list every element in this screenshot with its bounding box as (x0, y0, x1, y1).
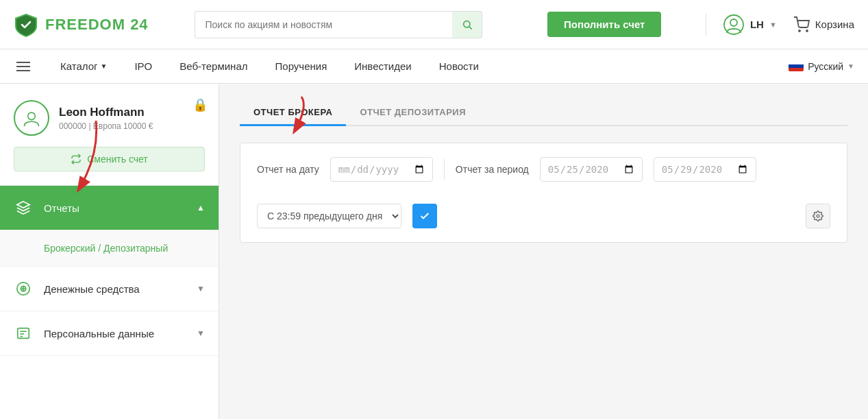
report-tabs: ОТЧЕТ БРОКЕРА ОТЧЕТ ДЕПОЗИТАРИЯ (240, 100, 847, 126)
cart-icon (793, 16, 810, 33)
cart-label: Корзина (815, 19, 854, 30)
content-wrapper: ОТЧЕТ БРОКЕРА ОТЧЕТ ДЕПОЗИТАРИЯ Отчет на… (240, 100, 847, 243)
reports-chevron-icon: ▲ (197, 203, 205, 213)
sidebar-submenu-broker-depository[interactable]: Брокерский / Депозитарный (0, 236, 219, 261)
sidebar-item-reports[interactable]: Отчеты ▲ (0, 186, 219, 230)
header: FREEDOM 24 Пополнить счет LH ▼ Кор (0, 0, 868, 49)
sidebar-reports-submenu: Брокерский / Депозитарный (0, 230, 219, 267)
svg-point-6 (28, 112, 36, 120)
nav-orders[interactable]: Поручения (275, 60, 327, 72)
user-initials: LH (750, 19, 764, 30)
header-right: LH ▼ Корзина (706, 14, 854, 36)
catalog-dropdown-icon: ▼ (101, 62, 108, 70)
logo-text: FREEDOM 24 (45, 16, 149, 34)
funds-icon (14, 279, 33, 298)
nav-catalog[interactable]: Каталог ▼ (60, 60, 107, 72)
checkmark-icon (419, 211, 430, 222)
search-button[interactable] (452, 11, 482, 38)
apply-button[interactable] (412, 204, 437, 228)
user-area[interactable]: LH ▼ (723, 14, 777, 36)
filter-row: Отчет на дату Отчет за период С 23:59 пр… (257, 157, 830, 228)
report-date-input[interactable] (330, 157, 433, 182)
search-icon (462, 19, 473, 30)
tab-depository-report[interactable]: ОТЧЕТ ДЕПОЗИТАРИЯ (346, 100, 480, 126)
svg-point-5 (806, 30, 808, 32)
funds-label: Денежные средства (44, 283, 186, 295)
lang-dropdown-icon: ▼ (847, 62, 854, 70)
logo-area: FREEDOM 24 (14, 12, 151, 37)
flag-ru-icon (789, 61, 804, 71)
logo-icon (14, 12, 38, 37)
nav-news[interactable]: Новости (439, 60, 479, 72)
svg-point-0 (464, 21, 470, 27)
sidebar-profile: Leon Hoffmann 000000 | Европа 10000 € 🔒 … (0, 84, 219, 186)
svg-line-1 (469, 27, 472, 29)
avatar-icon (22, 108, 41, 128)
sidebar-item-personal[interactable]: Персональные данные ▼ (0, 311, 219, 356)
language-selector[interactable]: Русский ▼ (789, 61, 854, 72)
hamburger-menu[interactable] (14, 59, 33, 74)
search-input[interactable] (195, 11, 452, 38)
sidebar-item-funds[interactable]: Денежные средства ▼ (0, 267, 219, 311)
period-to-input[interactable] (654, 157, 756, 182)
funds-chevron-icon: ▼ (197, 284, 205, 294)
nav-web-terminal[interactable]: Веб-терминал (179, 60, 247, 72)
nav-ipo[interactable]: IPO (134, 60, 152, 72)
personal-icon (14, 324, 33, 343)
main-content: ОТЧЕТ БРОКЕРА ОТЧЕТ ДЕПОЗИТАРИЯ Отчет на… (219, 84, 868, 419)
personal-label: Персональные данные (44, 328, 186, 339)
fill-account-button[interactable]: Пополнить счет (547, 12, 662, 37)
report-date-label: Отчет на дату (257, 164, 319, 175)
annotation-arrow-1 (260, 93, 315, 141)
cart-area[interactable]: Корзина (793, 16, 854, 33)
lock-icon: 🔒 (193, 97, 208, 112)
svg-point-3 (730, 19, 737, 26)
sidebar: Leon Hoffmann 000000 | Европа 10000 € 🔒 … (0, 84, 219, 419)
svg-point-14 (817, 215, 819, 217)
annotation-arrow-2 (41, 114, 103, 196)
time-select[interactable]: С 23:59 предыдущего дня С начала дня С к… (257, 204, 401, 228)
filter-panel: Отчет на дату Отчет за период С 23:59 пр… (240, 143, 847, 243)
nav-invest-ideas[interactable]: Инвестидеи (354, 60, 411, 72)
settings-icon (813, 211, 823, 222)
period-from-input[interactable] (540, 157, 643, 182)
period-label: Отчет за период (456, 164, 529, 175)
main-layout: Leon Hoffmann 000000 | Европа 10000 € 🔒 … (0, 84, 868, 419)
svg-point-4 (799, 30, 800, 32)
reports-icon (14, 198, 33, 217)
svg-rect-9 (18, 328, 29, 339)
reports-label: Отчеты (44, 202, 186, 214)
user-dropdown-icon: ▼ (769, 21, 777, 29)
search-area (195, 11, 482, 38)
personal-chevron-icon: ▼ (197, 328, 205, 338)
filter-separator (444, 159, 445, 180)
user-icon (723, 14, 745, 36)
main-nav: Каталог ▼ IPO Веб-терминал Поручения Инв… (0, 49, 868, 84)
filter-settings-button[interactable] (806, 204, 830, 228)
